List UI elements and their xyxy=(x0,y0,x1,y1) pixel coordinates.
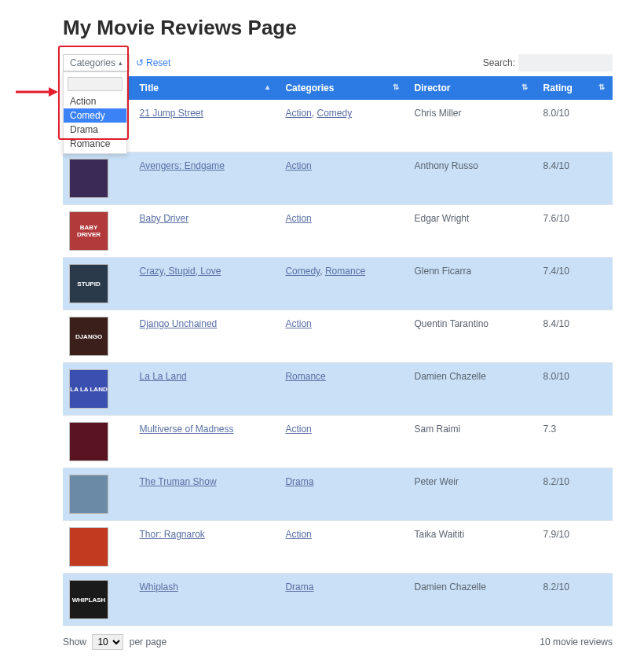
movie-title-link[interactable]: Multiverse of Madness xyxy=(140,424,234,435)
category-link[interactable]: Comedy xyxy=(285,266,320,277)
caret-up-icon: ▴ xyxy=(119,59,123,67)
category-link[interactable]: Comedy xyxy=(317,108,352,119)
movie-categories: Comedy, Romance xyxy=(277,258,406,310)
movie-categories: Action xyxy=(277,205,406,258)
table-row: 21 Jump StreetAction, ComedyChris Miller… xyxy=(63,100,613,152)
movie-thumbnail[interactable]: WHIPLASH xyxy=(69,580,108,619)
movie-categories: Action xyxy=(277,416,406,468)
movie-rating: 8.0/10 xyxy=(536,363,613,416)
movie-thumbnail[interactable]: STUPID xyxy=(69,264,108,303)
categories-dropdown-option[interactable]: Romance xyxy=(64,137,126,151)
reviews-table-body: 21 Jump StreetAction, ComedyChris Miller… xyxy=(63,100,613,626)
movie-title-link[interactable]: Whiplash xyxy=(140,581,178,592)
movie-director: Glenn Ficarra xyxy=(407,258,536,310)
table-row: Thor: RagnarokActionTaika Waititi7.9/10 xyxy=(63,521,613,574)
movie-director: Anthony Russo xyxy=(407,152,536,205)
categories-filter-button[interactable]: Categories ▴ xyxy=(63,54,130,72)
movie-categories: Romance xyxy=(277,363,406,416)
category-link[interactable]: Action xyxy=(285,108,311,119)
col-categories[interactable]: Categories ⇅ xyxy=(277,76,406,100)
table-row: Multiverse of MadnessActionSam Raimi7.3 xyxy=(63,416,613,468)
categories-dropdown-option[interactable]: Comedy xyxy=(64,108,126,123)
movie-thumbnail[interactable] xyxy=(69,475,108,514)
movie-categories: Drama xyxy=(277,468,406,521)
category-link[interactable]: Drama xyxy=(285,476,313,487)
search-input[interactable] xyxy=(518,54,613,72)
col-categories-label: Categories xyxy=(285,83,334,94)
categories-filter-label: Categories xyxy=(70,57,115,68)
category-link[interactable]: Action xyxy=(285,213,311,224)
movie-thumbnail[interactable] xyxy=(69,422,108,461)
movie-categories: Action xyxy=(277,521,406,574)
col-title-label: Title xyxy=(140,83,159,94)
page-size-control: Show 10 per page xyxy=(63,634,166,650)
movie-title-link[interactable]: Thor: Ragnarok xyxy=(140,529,205,540)
movie-title-link[interactable]: Baby Driver xyxy=(140,213,189,224)
movie-director: Chris Miller xyxy=(407,100,536,152)
category-link[interactable]: Action xyxy=(285,160,311,171)
movie-director: Peter Weir xyxy=(407,468,536,521)
category-link[interactable]: Action xyxy=(285,529,311,540)
movie-title-link[interactable]: 21 Jump Street xyxy=(140,108,203,119)
show-label: Show xyxy=(63,636,86,647)
results-summary: 10 movie reviews xyxy=(540,636,613,647)
col-title[interactable]: Title ▴ xyxy=(132,76,278,100)
page-title: My Movie Reviews Page xyxy=(63,16,613,40)
movie-title-link[interactable]: Crazy, Stupid, Love xyxy=(140,266,221,277)
movie-title-link[interactable]: The Truman Show xyxy=(140,476,217,487)
movie-rating: 8.0/10 xyxy=(536,100,613,152)
categories-dropdown-option[interactable]: Drama xyxy=(64,123,126,137)
col-rating[interactable]: Rating ⇅ xyxy=(536,76,613,100)
table-row: LA LA LANDLa La LandRomanceDamien Chazel… xyxy=(63,363,613,416)
sort-icon: ⇅ xyxy=(598,83,605,91)
reset-button[interactable]: ↺ Reset xyxy=(136,57,170,68)
sort-asc-icon: ▴ xyxy=(265,83,269,91)
category-link[interactable]: Romance xyxy=(325,266,365,277)
page-size-select[interactable]: 10 xyxy=(92,634,123,650)
per-page-label: per page xyxy=(130,636,166,647)
movie-thumbnail[interactable]: DJANGO xyxy=(69,317,108,356)
search-label: Search: xyxy=(483,57,515,68)
category-link[interactable]: Romance xyxy=(285,371,325,382)
movie-title-link[interactable]: Django Unchained xyxy=(140,318,218,329)
movie-director: Sam Raimi xyxy=(407,416,536,468)
table-row: The Truman ShowDramaPeter Weir8.2/10 xyxy=(63,468,613,521)
movie-director: Damien Chazelle xyxy=(407,574,536,626)
movie-title-link[interactable]: Avengers: Endgame xyxy=(140,160,225,171)
reviews-table: Title ▴ Categories ⇅ Director ⇅ Rating ⇅… xyxy=(63,76,613,626)
category-link[interactable]: Action xyxy=(285,424,311,435)
col-director-label: Director xyxy=(415,83,451,94)
movie-director: Edgar Wright xyxy=(407,205,536,258)
movie-rating: 7.6/10 xyxy=(536,205,613,258)
movie-rating: 8.2/10 xyxy=(536,574,613,626)
movie-title-link[interactable]: La La Land xyxy=(140,371,187,382)
movie-thumbnail[interactable]: BABY DRIVER xyxy=(69,211,108,251)
movie-thumbnail[interactable] xyxy=(69,159,108,198)
annotation-arrow xyxy=(14,85,58,99)
movie-rating: 8.4/10 xyxy=(536,152,613,205)
category-link[interactable]: Drama xyxy=(285,581,313,592)
table-row: WHIPLASHWhiplashDramaDamien Chazelle8.2/… xyxy=(63,574,613,626)
categories-dropdown-filter-input[interactable] xyxy=(68,77,123,91)
categories-dropdown[interactable]: ActionComedyDramaRomance xyxy=(63,72,127,154)
movie-rating: 7.9/10 xyxy=(536,521,613,574)
categories-dropdown-option[interactable]: Action xyxy=(64,94,126,108)
sort-icon: ⇅ xyxy=(393,83,399,91)
sort-icon: ⇅ xyxy=(521,83,528,91)
movie-categories: Action, Comedy xyxy=(277,100,406,152)
movie-thumbnail[interactable] xyxy=(69,527,108,567)
movie-director: Taika Waititi xyxy=(407,521,536,574)
table-row: STUPIDCrazy, Stupid, LoveComedy, Romance… xyxy=(63,258,613,310)
table-row: Avengers: EndgameActionAnthony Russo8.4/… xyxy=(63,152,613,205)
movie-thumbnail[interactable]: LA LA LAND xyxy=(69,369,108,409)
category-link[interactable]: Action xyxy=(285,318,311,329)
movie-rating: 7.3 xyxy=(536,416,613,468)
movie-director: Damien Chazelle xyxy=(407,363,536,416)
movie-rating: 8.2/10 xyxy=(536,468,613,521)
movie-categories: Drama xyxy=(277,574,406,626)
col-rating-label: Rating xyxy=(543,83,573,94)
movie-director: Quentin Tarantino xyxy=(407,310,536,363)
movie-rating: 7.4/10 xyxy=(536,258,613,310)
movie-rating: 8.4/10 xyxy=(536,310,613,363)
col-director[interactable]: Director ⇅ xyxy=(407,76,536,100)
